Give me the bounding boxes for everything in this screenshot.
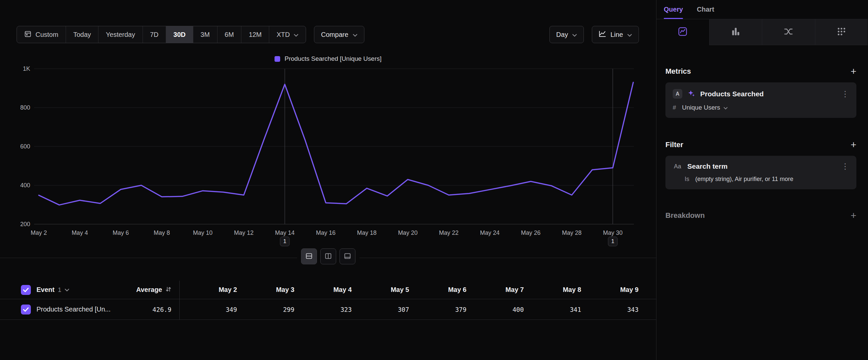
layout-toggle-group	[297, 246, 360, 266]
date-column-header[interactable]: May 9	[581, 286, 639, 294]
date-column-header[interactable]: May 4	[294, 286, 352, 294]
svg-text:May 26: May 26	[521, 229, 540, 236]
table-header-row: Event 1 Average May 2 May 3 May	[0, 281, 656, 299]
metric-card[interactable]: A Products Searched ⋮ # Unique Users	[665, 82, 857, 118]
series-name[interactable]: Products Searched [Un...	[36, 306, 133, 313]
svg-text:1: 1	[611, 238, 614, 244]
aggregation-dropdown[interactable]: Unique Users	[682, 104, 728, 111]
annotation-badge[interactable]: 1	[280, 237, 289, 246]
svg-text:May 18: May 18	[357, 229, 377, 236]
layout-split-horizontal-button[interactable]	[301, 248, 317, 265]
sparkle-icon	[687, 89, 695, 99]
metric-letter-badge: A	[673, 89, 682, 99]
date-column-header[interactable]: May 3	[237, 286, 294, 294]
bar-chart-icon	[731, 27, 741, 38]
svg-text:May 16: May 16	[316, 229, 336, 236]
date-column-header[interactable]: May 6	[409, 286, 466, 294]
filter-section-header: Filter +	[665, 140, 857, 150]
filter-value[interactable]: (empty string), Air purifier, or 11 more	[695, 176, 794, 183]
svg-text:May 12: May 12	[234, 229, 254, 236]
layout-bottom-bar-button[interactable]	[340, 248, 355, 265]
svg-text:May 4: May 4	[72, 229, 88, 236]
svg-text:May 8: May 8	[154, 229, 170, 236]
svg-text:1: 1	[283, 238, 286, 244]
svg-text:200: 200	[20, 221, 30, 227]
row-select-cell	[21, 305, 36, 314]
layout-split-vertical-icon	[324, 252, 332, 261]
svg-text:800: 800	[20, 104, 30, 111]
line-chart-icon	[678, 27, 688, 38]
filter-property-name: Search term	[687, 162, 836, 170]
metric-kebab-menu[interactable]: ⋮	[841, 90, 849, 98]
chart-type-insights-tab[interactable]	[656, 19, 709, 45]
svg-text:May 30: May 30	[603, 229, 623, 236]
table-value: 307	[352, 306, 409, 313]
chevron-down-icon	[723, 104, 728, 111]
breakdown-table: Event 1 Average May 2 May 3 May	[0, 281, 656, 320]
layout-split-horizontal-icon	[305, 252, 313, 261]
event-header[interactable]: Event 1	[36, 286, 133, 294]
tab-query[interactable]: Query	[664, 0, 683, 19]
string-type-icon: Aa	[673, 163, 682, 170]
select-all-checkbox[interactable]	[21, 285, 31, 295]
average-value: 426.9	[153, 306, 172, 313]
table-value: 400	[466, 306, 524, 313]
add-filter-button[interactable]: +	[850, 140, 857, 150]
row-checkbox[interactable]	[21, 305, 31, 314]
svg-text:May 28: May 28	[562, 229, 582, 236]
tab-chart[interactable]: Chart	[697, 0, 714, 19]
average-header[interactable]: Average	[133, 281, 180, 299]
date-column-header[interactable]: May 5	[352, 286, 409, 294]
metric-name: Products Searched	[700, 90, 836, 98]
aggregation-symbol: #	[673, 104, 676, 111]
event-count: 1	[58, 286, 61, 294]
filter-operator[interactable]: Is	[685, 176, 689, 183]
line-chart: 2004006008001KMay 2May 4May 6May 8May 10…	[0, 0, 656, 258]
metrics-section-header: Metrics +	[665, 66, 857, 76]
average-value-cell: 426.9	[133, 299, 180, 320]
date-column-header[interactable]: May 7	[466, 286, 524, 294]
aggregation-label: Unique Users	[682, 104, 720, 111]
svg-text:400: 400	[20, 182, 30, 189]
svg-text:May 20: May 20	[398, 229, 417, 236]
layout-split-vertical-button[interactable]	[320, 248, 336, 265]
select-all-cell	[21, 285, 36, 295]
panel-tabs: Query Chart	[656, 0, 868, 19]
add-metric-button[interactable]: +	[850, 66, 857, 76]
table-value: 341	[524, 306, 581, 313]
flow-icon	[783, 27, 794, 38]
chart-type-metric-tab[interactable]	[815, 19, 868, 45]
svg-text:May 14: May 14	[275, 229, 294, 236]
svg-text:May 6: May 6	[113, 229, 129, 236]
annotation-badge[interactable]: 1	[608, 237, 617, 246]
query-builder: Metrics + A Products Searched ⋮ #	[656, 45, 868, 221]
add-breakdown-button[interactable]: +	[850, 211, 857, 221]
layout-bottom-bar-icon	[344, 252, 351, 261]
metrics-title: Metrics	[665, 67, 691, 76]
svg-text:May 24: May 24	[480, 229, 500, 236]
table-row: Products Searched [Un... 426.9 349 299 3…	[0, 299, 656, 320]
date-column-header[interactable]: May 8	[524, 286, 581, 294]
dots-grid-icon	[837, 27, 846, 38]
filter-title: Filter	[665, 140, 683, 149]
table-value: 349	[180, 306, 237, 313]
breakdown-title: Breakdown	[665, 211, 705, 220]
chart-type-tabs	[656, 19, 868, 45]
app: Custom Today Yesterday 7D 30D 3M 6M 12M …	[0, 0, 868, 360]
svg-text:600: 600	[20, 143, 30, 150]
svg-text:May 22: May 22	[439, 229, 459, 236]
svg-text:May 2: May 2	[31, 229, 47, 236]
event-header-label: Event	[36, 286, 54, 294]
filter-card[interactable]: Aa Search term ⋮ Is (empty string), Air …	[665, 156, 857, 189]
report-main: Custom Today Yesterday 7D 30D 3M 6M 12M …	[0, 0, 656, 360]
date-column-header[interactable]: May 2	[180, 286, 237, 294]
table-value: 323	[294, 306, 352, 313]
svg-text:May 10: May 10	[193, 229, 213, 236]
breakdown-section-header: Breakdown +	[665, 211, 857, 221]
table-value: 343	[581, 306, 639, 313]
chart-type-bar-tab[interactable]	[709, 19, 762, 45]
filter-kebab-menu[interactable]: ⋮	[841, 162, 849, 170]
svg-text:1K: 1K	[23, 65, 30, 72]
table-value: 379	[409, 306, 466, 313]
chart-type-flow-tab[interactable]	[762, 19, 815, 45]
